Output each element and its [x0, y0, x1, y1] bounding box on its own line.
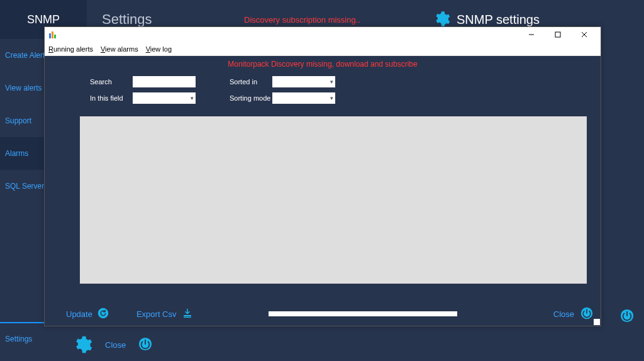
discovery-warning: Monitorpack Discovery missing, download … [45, 56, 601, 74]
minimize-button[interactable] [523, 28, 540, 41]
window-body: Monitorpack Discovery missing, download … [45, 56, 601, 326]
in-this-field-label: In this field [90, 94, 133, 102]
modal-close-button[interactable]: Close [553, 309, 574, 319]
svg-rect-11 [184, 317, 191, 318]
menu-label: iew alarms [105, 45, 138, 53]
svg-rect-10 [184, 315, 191, 316]
main-footer: Close [62, 328, 644, 361]
sorting-mode-label: Sorting mode [230, 94, 272, 102]
export-csv-button[interactable]: Export Csv [136, 309, 177, 319]
snmp-settings-title: SNMP settings [457, 13, 540, 27]
power-icon[interactable] [138, 337, 152, 353]
subscription-warning: Discovery subscription missing.. [244, 15, 418, 25]
window-titlebar[interactable] [45, 27, 601, 42]
window-controls [523, 28, 597, 41]
progress-bar [269, 311, 457, 316]
sidebar-item-label: Settings [5, 335, 32, 343]
svg-point-9 [98, 308, 109, 318]
svg-rect-4 [54, 35, 56, 38]
sorted-in-label: Sorted in [230, 78, 272, 86]
alerts-window: Running alerts View alarms View log Moni… [44, 26, 601, 326]
gear-icon[interactable] [72, 335, 92, 355]
resize-grip[interactable] [594, 319, 600, 325]
maximize-button[interactable] [549, 28, 567, 41]
window-menubar: Running alerts View alarms View log [45, 42, 601, 56]
svg-rect-3 [52, 31, 53, 38]
filter-row-1: Search Sorted in ▾ [45, 74, 601, 90]
menu-view-log[interactable]: View log [146, 45, 172, 53]
in-this-field-select[interactable] [133, 92, 196, 104]
close-link[interactable]: Close [105, 340, 126, 350]
data-grid[interactable] [80, 116, 587, 284]
svg-rect-6 [555, 32, 560, 37]
refresh-icon[interactable] [97, 308, 109, 321]
filter-row-2: In this field ▾ Sorting mode ▾ [45, 90, 601, 106]
page-title: Settings [87, 11, 244, 28]
sorted-in-select[interactable] [272, 76, 335, 87]
export-icon[interactable] [182, 308, 193, 321]
power-icon[interactable] [580, 307, 593, 321]
menu-running-alerts[interactable]: Running alerts [48, 45, 93, 53]
sidebar-item-label: Support [5, 116, 31, 125]
menu-label: iew log [150, 45, 172, 53]
sorting-mode-select[interactable] [272, 92, 335, 104]
sidebar-item-label: SQL Server [5, 182, 44, 191]
sidebar-item-settings[interactable]: Settings [0, 322, 62, 355]
menu-view-alarms[interactable]: View alarms [101, 45, 138, 53]
update-button[interactable]: Update [66, 309, 92, 319]
sidebar-item-label: Alarms [5, 149, 28, 158]
svg-rect-2 [49, 33, 51, 38]
search-label: Search [90, 78, 133, 86]
close-button[interactable] [575, 28, 593, 41]
sidebar-item-label: View alerts [5, 84, 42, 92]
app-logo-text: SNMP [27, 13, 60, 26]
menu-label: unning alerts [53, 45, 93, 53]
power-icon[interactable] [620, 309, 634, 325]
search-input[interactable] [133, 76, 196, 87]
sidebar-item-label: Create Alert [5, 51, 45, 60]
window-footer: Update Export Csv Close [45, 302, 601, 326]
app-icon [48, 30, 57, 39]
